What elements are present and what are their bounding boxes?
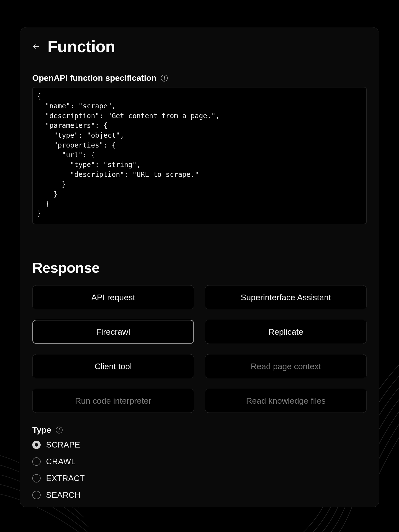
radio-icon <box>32 474 41 482</box>
response-option-button[interactable]: Superinterface Assistant <box>205 285 367 309</box>
type-radio-item[interactable]: CRAWL <box>32 457 367 466</box>
response-option-button[interactable]: Read knowledge files <box>205 389 367 413</box>
response-option-button[interactable]: Run code interpreter <box>32 389 194 413</box>
response-option-button[interactable]: Replicate <box>205 320 367 344</box>
response-option-label: Superinterface Assistant <box>241 293 331 302</box>
response-option-button[interactable]: Client tool <box>32 354 194 378</box>
back-arrow-icon[interactable] <box>32 43 40 50</box>
type-radio-label: SCRAPE <box>46 440 80 449</box>
title-row: Function <box>32 37 367 56</box>
page-title: Function <box>48 37 115 56</box>
response-option-label: API request <box>91 293 135 302</box>
response-heading: Response <box>32 259 367 276</box>
type-radio-label: EXTRACT <box>46 474 85 483</box>
response-option-label: Read page context <box>251 362 321 371</box>
radio-icon <box>32 491 41 499</box>
type-radio-group: SCRAPECRAWLEXTRACTSEARCH <box>32 440 367 500</box>
spec-label-row: OpenAPI function specification i <box>32 73 367 83</box>
response-option-label: Run code interpreter <box>75 396 151 406</box>
type-label-row: Type i <box>32 425 367 435</box>
info-icon[interactable]: i <box>56 427 63 433</box>
response-option-label: Read knowledge files <box>246 396 326 406</box>
type-radio-item[interactable]: SCRAPE <box>32 440 367 449</box>
response-option-label: Client tool <box>95 362 132 371</box>
spec-label: OpenAPI function specification <box>32 73 156 83</box>
info-icon[interactable]: i <box>161 75 168 82</box>
function-spec-input[interactable] <box>32 87 367 224</box>
response-option-label: Firecrawl <box>96 327 130 337</box>
type-radio-item[interactable]: SEARCH <box>32 490 367 500</box>
response-option-button[interactable]: API request <box>32 285 194 309</box>
response-options-grid: API requestSuperinterface AssistantFirec… <box>32 285 367 413</box>
type-radio-label: SEARCH <box>46 490 81 500</box>
response-option-label: Replicate <box>268 327 303 337</box>
radio-icon <box>32 457 41 466</box>
function-config-card: Function OpenAPI function specification … <box>20 27 379 507</box>
response-option-button[interactable]: Firecrawl <box>32 320 194 344</box>
type-radio-label: CRAWL <box>46 457 76 466</box>
response-option-button[interactable]: Read page context <box>205 354 367 378</box>
type-radio-item[interactable]: EXTRACT <box>32 474 367 483</box>
type-label: Type <box>32 425 51 435</box>
radio-icon <box>32 441 41 449</box>
